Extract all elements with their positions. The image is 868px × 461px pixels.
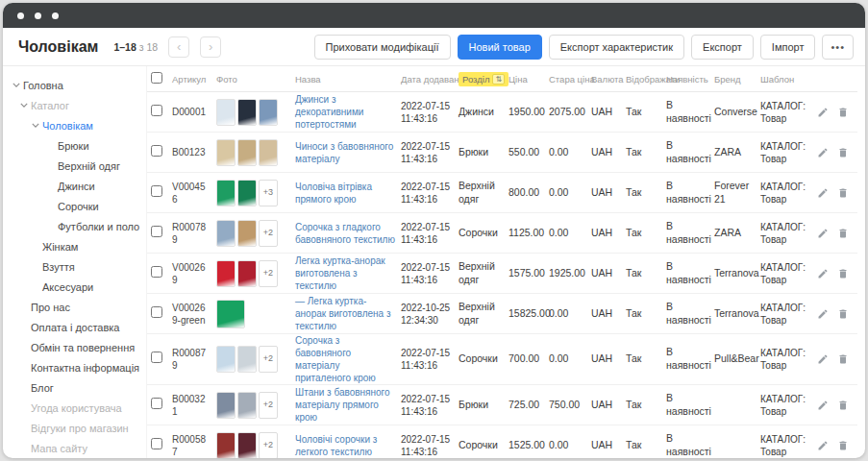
delete-icon[interactable] — [837, 107, 849, 118]
delete-icon[interactable] — [837, 353, 849, 365]
column-header-availability[interactable]: Наявність — [666, 74, 714, 85]
column-header-article[interactable]: Артикул — [172, 74, 216, 85]
sidebar-item[interactable]: Сорочки — [3, 196, 146, 216]
sidebar-item[interactable]: Брюки — [3, 135, 146, 156]
row-checkbox[interactable] — [151, 306, 162, 318]
sidebar-item[interactable]: Головна — [3, 75, 146, 95]
column-header-brand[interactable]: Бренд — [714, 74, 760, 85]
sort-icon[interactable]: ⇅ — [492, 74, 505, 85]
delete-icon[interactable] — [837, 268, 849, 279]
close-window-button[interactable] — [17, 12, 24, 19]
delete-icon[interactable] — [837, 147, 849, 158]
more-photos-badge[interactable]: +2 — [259, 392, 278, 419]
sidebar-item[interactable]: Блог — [3, 377, 146, 398]
product-name-link[interactable]: Чоловічі сорочки з легкого текстилю — [295, 433, 395, 458]
sidebar-item[interactable]: Чоловікам — [3, 115, 146, 135]
column-header-photo[interactable]: Фото — [216, 74, 295, 85]
sidebar-item[interactable]: Угода користувача — [3, 398, 146, 418]
edit-icon[interactable] — [817, 107, 829, 118]
row-checkbox[interactable] — [151, 105, 162, 116]
hide-modifications-button[interactable]: Приховати модифікації — [314, 35, 451, 60]
product-name-link[interactable]: Сорочка з гладкого бавовняного текстилю — [295, 221, 395, 246]
sidebar-item[interactable]: Оплата і доставка — [3, 317, 146, 337]
sidebar-item[interactable]: Про нас — [3, 297, 146, 317]
column-header-date[interactable]: Дата додавання — [401, 74, 459, 85]
row-checkbox[interactable] — [151, 226, 162, 237]
edit-icon[interactable] — [817, 353, 829, 365]
product-name-link[interactable]: — Легка куртка-анорак виготовлена з текс… — [295, 295, 395, 332]
column-header-display[interactable]: Відображати — [626, 74, 666, 85]
table-row[interactable]: R000789 +2 Сорочка з гладкого бавовняног… — [147, 213, 857, 254]
more-photos-badge[interactable]: +2 — [259, 260, 278, 287]
delete-icon[interactable] — [837, 440, 849, 451]
minimize-window-button[interactable] — [35, 12, 41, 19]
export-attributes-button[interactable]: Експорт характеристик — [549, 35, 684, 60]
delete-icon[interactable] — [837, 228, 849, 239]
export-button[interactable]: Експорт — [691, 35, 754, 60]
more-photos-badge[interactable]: +2 — [259, 220, 278, 247]
delete-icon[interactable] — [837, 400, 849, 411]
edit-icon[interactable] — [817, 440, 829, 451]
table-row[interactable]: D00001 Джинси з декоративними потертостя… — [147, 92, 857, 133]
next-page-button[interactable]: › — [200, 36, 221, 58]
table-row[interactable]: V000456 +3 Чоловіча вітрівка прямого кро… — [147, 173, 857, 213]
column-header-template[interactable]: Шаблон — [760, 74, 814, 85]
more-photos-badge[interactable]: +2 — [259, 432, 278, 459]
product-name-link[interactable]: Легка куртка-анорак виготовлена з тексти… — [295, 255, 395, 292]
table-row[interactable]: V000269-green — Легка куртка-анорак виго… — [147, 294, 857, 334]
edit-icon[interactable] — [817, 187, 829, 199]
row-checkbox[interactable] — [151, 352, 162, 363]
column-header-name[interactable]: Назва — [295, 74, 401, 85]
column-header-section[interactable]: Розділ ⇅ — [459, 72, 508, 86]
sidebar-item[interactable]: Верхній одяг — [3, 156, 146, 176]
row-checkbox[interactable] — [151, 266, 162, 278]
row-actions-cell — [814, 440, 851, 451]
sidebar-item[interactable]: Обмін та повернення — [3, 337, 146, 357]
table-row[interactable]: R000879 +2 Сорочка з бавовняного матеріа… — [147, 334, 857, 385]
product-name-link[interactable]: Штани з бавовняного матеріалу прямого кр… — [295, 386, 395, 424]
more-photos-badge[interactable]: +3 — [259, 180, 278, 206]
sidebar-item[interactable]: Аксесуари — [3, 277, 146, 297]
sidebar-item[interactable]: Джинси — [3, 176, 146, 196]
chevron-down-icon[interactable] — [20, 103, 31, 108]
product-name-link[interactable]: Джинси з декоративними потертостями — [295, 93, 395, 131]
product-name-link[interactable]: Сорочка з бавовняного матеріалу притален… — [295, 334, 395, 384]
row-checkbox[interactable] — [151, 185, 162, 197]
edit-icon[interactable] — [817, 147, 829, 158]
table-row[interactable]: R000587 +2 Чоловічі сорочки з легкого те… — [147, 425, 857, 458]
edit-icon[interactable] — [817, 268, 829, 279]
edit-icon[interactable] — [817, 400, 829, 411]
table-row[interactable]: B000321 +2 Штани з бавовняного матеріалу… — [147, 385, 857, 425]
row-checkbox[interactable] — [151, 145, 162, 157]
sidebar-item[interactable]: Контактна інформація — [3, 357, 146, 377]
zoom-window-button[interactable] — [52, 12, 59, 19]
delete-icon[interactable] — [837, 308, 849, 320]
edit-icon[interactable] — [817, 228, 829, 239]
row-checkbox[interactable] — [151, 398, 162, 409]
sidebar-item[interactable]: Мапа сайту — [3, 438, 146, 458]
prev-page-button[interactable]: ‹ — [168, 36, 189, 58]
sidebar-item[interactable]: Футболки и поло — [3, 216, 146, 236]
column-header-price[interactable]: Ціна — [508, 74, 549, 85]
chevron-down-icon[interactable] — [12, 83, 23, 87]
sidebar-item[interactable]: Каталог — [3, 95, 146, 115]
template-cell: КАТАЛОГ: Товар — [760, 393, 814, 418]
new-product-button[interactable]: Новий товар — [458, 35, 542, 60]
delete-icon[interactable] — [837, 187, 849, 199]
more-actions-button[interactable]: ••• — [822, 35, 854, 60]
table-row[interactable]: V000269 +2 Легка куртка-анорак виготовле… — [147, 254, 857, 294]
more-photos-badge[interactable]: +2 — [259, 346, 278, 373]
product-name-link[interactable]: Чиноси з бавовняного матеріалу — [295, 140, 395, 165]
chevron-down-icon[interactable] — [32, 123, 42, 128]
edit-icon[interactable] — [817, 308, 829, 320]
row-checkbox[interactable] — [151, 438, 162, 449]
sidebar-item[interactable]: Взуття — [3, 256, 146, 277]
sidebar-item[interactable]: Жінкам — [3, 236, 146, 256]
column-header-currency[interactable]: Валюта — [591, 74, 626, 85]
sidebar-item[interactable]: Відгуки про магазин — [3, 418, 146, 438]
table-row[interactable]: B00123 Чиноси з бавовняного матеріалу 20… — [147, 133, 857, 173]
select-all-checkbox[interactable] — [151, 72, 162, 84]
import-button[interactable]: Імпорт — [760, 35, 816, 60]
column-header-old_price[interactable]: Стара ціна — [549, 74, 591, 85]
product-name-link[interactable]: Чоловіча вітрівка прямого крою — [295, 181, 395, 206]
